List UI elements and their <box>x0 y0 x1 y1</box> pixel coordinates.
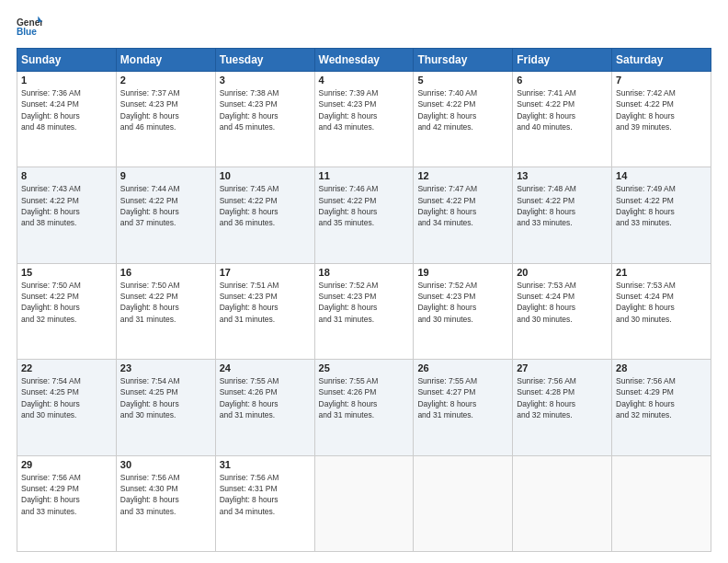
weekday-header: Saturday <box>612 49 711 72</box>
day-number: 7 <box>616 75 707 86</box>
calendar-cell: 25Sunrise: 7:55 AM Sunset: 4:26 PM Dayli… <box>314 360 414 455</box>
calendar-cell: 27Sunrise: 7:56 AM Sunset: 4:28 PM Dayli… <box>513 360 612 455</box>
calendar-week-row: 29Sunrise: 7:56 AM Sunset: 4:29 PM Dayli… <box>17 455 711 551</box>
calendar-cell: 3Sunrise: 7:38 AM Sunset: 4:23 PM Daylig… <box>215 72 314 167</box>
day-info: Sunrise: 7:54 AM Sunset: 4:25 PM Dayligh… <box>21 375 112 420</box>
page: General Blue SundayMondayTuesdayWednesda… <box>0 0 728 563</box>
calendar-week-row: 22Sunrise: 7:54 AM Sunset: 4:25 PM Dayli… <box>17 360 711 455</box>
calendar-cell: 16Sunrise: 7:50 AM Sunset: 4:22 PM Dayli… <box>116 263 215 359</box>
day-info: Sunrise: 7:43 AM Sunset: 4:22 PM Dayligh… <box>21 183 112 228</box>
day-number: 3 <box>220 75 311 86</box>
day-number: 8 <box>21 170 112 181</box>
day-number: 13 <box>517 170 608 181</box>
day-number: 30 <box>120 459 211 470</box>
day-info: Sunrise: 7:56 AM Sunset: 4:30 PM Dayligh… <box>120 472 211 517</box>
logo: General Blue <box>17 15 42 40</box>
weekday-header: Sunday <box>17 49 117 72</box>
calendar-cell: 18Sunrise: 7:52 AM Sunset: 4:23 PM Dayli… <box>314 263 414 359</box>
day-info: Sunrise: 7:56 AM Sunset: 4:31 PM Dayligh… <box>220 472 311 517</box>
calendar-cell: 19Sunrise: 7:52 AM Sunset: 4:23 PM Dayli… <box>414 263 513 359</box>
calendar-cell: 22Sunrise: 7:54 AM Sunset: 4:25 PM Dayli… <box>17 360 117 455</box>
calendar-week-row: 1Sunrise: 7:36 AM Sunset: 4:24 PM Daylig… <box>17 72 711 167</box>
day-info: Sunrise: 7:40 AM Sunset: 4:22 PM Dayligh… <box>417 87 508 132</box>
calendar-cell <box>414 455 513 551</box>
calendar-cell: 12Sunrise: 7:47 AM Sunset: 4:22 PM Dayli… <box>414 167 513 263</box>
calendar-cell: 28Sunrise: 7:56 AM Sunset: 4:29 PM Dayli… <box>612 360 711 455</box>
calendar-cell: 21Sunrise: 7:53 AM Sunset: 4:24 PM Dayli… <box>612 263 711 359</box>
day-info: Sunrise: 7:47 AM Sunset: 4:22 PM Dayligh… <box>417 183 508 228</box>
day-info: Sunrise: 7:38 AM Sunset: 4:23 PM Dayligh… <box>220 87 311 132</box>
calendar-cell: 31Sunrise: 7:56 AM Sunset: 4:31 PM Dayli… <box>215 455 314 551</box>
calendar-cell: 14Sunrise: 7:49 AM Sunset: 4:22 PM Dayli… <box>612 167 711 263</box>
day-info: Sunrise: 7:42 AM Sunset: 4:22 PM Dayligh… <box>616 87 707 132</box>
day-info: Sunrise: 7:39 AM Sunset: 4:23 PM Dayligh… <box>319 87 410 132</box>
day-info: Sunrise: 7:53 AM Sunset: 4:24 PM Dayligh… <box>517 280 608 325</box>
day-number: 12 <box>417 170 508 181</box>
day-info: Sunrise: 7:56 AM Sunset: 4:28 PM Dayligh… <box>517 375 608 420</box>
calendar-header-row: SundayMondayTuesdayWednesdayThursdayFrid… <box>17 49 711 72</box>
calendar-cell: 30Sunrise: 7:56 AM Sunset: 4:30 PM Dayli… <box>116 455 215 551</box>
day-number: 25 <box>319 362 410 373</box>
day-number: 11 <box>319 170 410 181</box>
weekday-header: Thursday <box>414 49 513 72</box>
day-info: Sunrise: 7:56 AM Sunset: 4:29 PM Dayligh… <box>21 472 112 517</box>
calendar-cell <box>513 455 612 551</box>
day-number: 21 <box>616 267 707 278</box>
calendar-cell: 26Sunrise: 7:55 AM Sunset: 4:27 PM Dayli… <box>414 360 513 455</box>
svg-text:Blue: Blue <box>17 27 37 37</box>
calendar-cell: 29Sunrise: 7:56 AM Sunset: 4:29 PM Dayli… <box>17 455 117 551</box>
day-info: Sunrise: 7:56 AM Sunset: 4:29 PM Dayligh… <box>616 375 707 420</box>
weekday-header: Monday <box>116 49 215 72</box>
day-number: 1 <box>21 75 112 86</box>
logo-icon: General Blue <box>17 15 42 40</box>
day-number: 26 <box>417 362 508 373</box>
day-number: 5 <box>417 75 508 86</box>
day-number: 14 <box>616 170 707 181</box>
day-info: Sunrise: 7:54 AM Sunset: 4:25 PM Dayligh… <box>120 375 211 420</box>
day-info: Sunrise: 7:49 AM Sunset: 4:22 PM Dayligh… <box>616 183 707 228</box>
calendar-cell: 2Sunrise: 7:37 AM Sunset: 4:23 PM Daylig… <box>116 72 215 167</box>
day-number: 31 <box>220 459 311 470</box>
calendar-body: 1Sunrise: 7:36 AM Sunset: 4:24 PM Daylig… <box>17 72 711 552</box>
calendar-cell: 8Sunrise: 7:43 AM Sunset: 4:22 PM Daylig… <box>17 167 117 263</box>
calendar-table: SundayMondayTuesdayWednesdayThursdayFrid… <box>17 48 711 552</box>
day-info: Sunrise: 7:53 AM Sunset: 4:24 PM Dayligh… <box>616 280 707 325</box>
day-info: Sunrise: 7:55 AM Sunset: 4:26 PM Dayligh… <box>319 375 410 420</box>
day-number: 15 <box>21 267 112 278</box>
day-info: Sunrise: 7:44 AM Sunset: 4:22 PM Dayligh… <box>120 183 211 228</box>
day-info: Sunrise: 7:45 AM Sunset: 4:22 PM Dayligh… <box>220 183 311 228</box>
header: General Blue <box>17 15 711 40</box>
day-number: 17 <box>220 267 311 278</box>
day-number: 16 <box>120 267 211 278</box>
calendar-cell: 10Sunrise: 7:45 AM Sunset: 4:22 PM Dayli… <box>215 167 314 263</box>
calendar-cell: 15Sunrise: 7:50 AM Sunset: 4:22 PM Dayli… <box>17 263 117 359</box>
day-info: Sunrise: 7:37 AM Sunset: 4:23 PM Dayligh… <box>120 87 211 132</box>
day-number: 23 <box>120 362 211 373</box>
calendar-cell: 20Sunrise: 7:53 AM Sunset: 4:24 PM Dayli… <box>513 263 612 359</box>
day-info: Sunrise: 7:55 AM Sunset: 4:27 PM Dayligh… <box>417 375 508 420</box>
calendar-week-row: 15Sunrise: 7:50 AM Sunset: 4:22 PM Dayli… <box>17 263 711 359</box>
calendar-cell: 4Sunrise: 7:39 AM Sunset: 4:23 PM Daylig… <box>314 72 414 167</box>
day-info: Sunrise: 7:52 AM Sunset: 4:23 PM Dayligh… <box>417 280 508 325</box>
day-number: 22 <box>21 362 112 373</box>
weekday-header: Friday <box>513 49 612 72</box>
day-number: 28 <box>616 362 707 373</box>
day-number: 6 <box>517 75 608 86</box>
day-info: Sunrise: 7:50 AM Sunset: 4:22 PM Dayligh… <box>21 280 112 325</box>
calendar-cell: 1Sunrise: 7:36 AM Sunset: 4:24 PM Daylig… <box>17 72 117 167</box>
day-number: 2 <box>120 75 211 86</box>
day-info: Sunrise: 7:51 AM Sunset: 4:23 PM Dayligh… <box>220 280 311 325</box>
day-number: 4 <box>319 75 410 86</box>
weekday-header: Wednesday <box>314 49 414 72</box>
day-info: Sunrise: 7:36 AM Sunset: 4:24 PM Dayligh… <box>21 87 112 132</box>
calendar-cell: 13Sunrise: 7:48 AM Sunset: 4:22 PM Dayli… <box>513 167 612 263</box>
calendar-cell: 23Sunrise: 7:54 AM Sunset: 4:25 PM Dayli… <box>116 360 215 455</box>
day-number: 19 <box>417 267 508 278</box>
calendar-cell: 5Sunrise: 7:40 AM Sunset: 4:22 PM Daylig… <box>414 72 513 167</box>
calendar-week-row: 8Sunrise: 7:43 AM Sunset: 4:22 PM Daylig… <box>17 167 711 263</box>
day-info: Sunrise: 7:52 AM Sunset: 4:23 PM Dayligh… <box>319 280 410 325</box>
day-info: Sunrise: 7:46 AM Sunset: 4:22 PM Dayligh… <box>319 183 410 228</box>
calendar-cell: 17Sunrise: 7:51 AM Sunset: 4:23 PM Dayli… <box>215 263 314 359</box>
calendar-cell: 24Sunrise: 7:55 AM Sunset: 4:26 PM Dayli… <box>215 360 314 455</box>
day-info: Sunrise: 7:48 AM Sunset: 4:22 PM Dayligh… <box>517 183 608 228</box>
